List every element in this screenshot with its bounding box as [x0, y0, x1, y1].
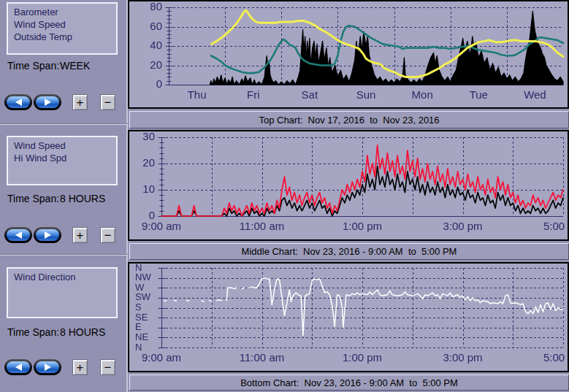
section-divider: [0, 123, 128, 125]
left-arrow-icon: [15, 231, 22, 239]
blue-capsule: [7, 96, 30, 108]
list-item[interactable]: Hi Wind Spd: [8, 152, 116, 164]
bottom-chart-canvas: [129, 264, 568, 371]
scroll-right-button-middle[interactable]: [34, 227, 61, 243]
sensor-list-middle[interactable]: Wind SpeedHi Wind Spd: [7, 136, 118, 185]
nav-row-middle: + −: [0, 227, 128, 245]
blue-capsule: [36, 361, 59, 373]
right-arrow-icon: [45, 99, 51, 106]
list-item[interactable]: Wind Speed: [8, 139, 116, 152]
time-span-label: Time Span:: [7, 326, 60, 338]
list-item[interactable]: Outside Temp: [8, 31, 116, 43]
time-span-top: Time Span:WEEK: [7, 60, 90, 72]
middle-chart-canvas: [129, 131, 568, 239]
zoom-in-button-bottom[interactable]: +: [72, 359, 88, 375]
zoom-out-button-middle[interactable]: −: [100, 227, 115, 243]
list-item[interactable]: Wind Direction: [8, 271, 116, 283]
bottom-chart-caption: Bottom Chart: Nov 23, 2016 - 9:00 AM to …: [129, 374, 569, 391]
blue-capsule: [7, 361, 30, 373]
scroll-left-button-top[interactable]: [4, 94, 32, 110]
scroll-left-button-middle[interactable]: [4, 227, 32, 243]
bottom-chart-panel: [128, 262, 569, 372]
sensor-list-top[interactable]: BarometerWind SpeedOutside Temp: [7, 2, 118, 55]
middle-chart-panel: [128, 130, 569, 241]
zoom-in-button-top[interactable]: +: [72, 94, 88, 110]
scroll-right-button-top[interactable]: [34, 94, 61, 110]
control-column: BarometerWind SpeedOutside Temp Time Spa…: [0, 0, 128, 392]
time-span-bottom: Time Span:8 HOURS: [7, 326, 105, 338]
section-divider: [0, 254, 128, 255]
scroll-left-button-bottom[interactable]: [4, 359, 32, 375]
blue-capsule: [36, 96, 59, 108]
scroll-right-button-bottom[interactable]: [34, 359, 61, 375]
top-chart-canvas: [129, 1, 568, 107]
time-span-middle: Time Span:8 HOURS: [7, 193, 105, 204]
weather-monitor-window: BarometerWind SpeedOutside Temp Time Spa…: [0, 0, 569, 392]
time-span-value: 8 HOURS: [60, 326, 105, 338]
time-span-value: 8 HOURS: [60, 193, 105, 204]
sensor-list-bottom[interactable]: Wind Direction: [7, 267, 118, 318]
list-item[interactable]: Wind Speed: [8, 18, 116, 31]
right-arrow-icon: [45, 364, 51, 371]
top-chart-panel: [128, 0, 569, 109]
right-arrow-icon: [45, 231, 51, 239]
zoom-in-button-middle[interactable]: +: [72, 227, 88, 243]
left-arrow-icon: [15, 364, 22, 371]
top-chart-caption: Top Chart: Nov 17, 2016 to Nov 23, 2016: [129, 111, 569, 128]
nav-row-bottom: + −: [0, 359, 128, 377]
zoom-out-button-bottom[interactable]: −: [100, 359, 115, 375]
time-span-value: WEEK: [60, 60, 90, 72]
time-span-label: Time Span:: [7, 60, 60, 72]
blue-capsule: [36, 229, 59, 241]
time-span-label: Time Span:: [7, 193, 60, 204]
left-arrow-icon: [15, 99, 22, 106]
list-item[interactable]: Barometer: [8, 6, 116, 18]
zoom-out-button-top[interactable]: −: [100, 94, 115, 110]
nav-row-top: + −: [0, 94, 128, 112]
blue-capsule: [7, 229, 30, 241]
middle-chart-caption: Middle Chart: Nov 23, 2016 - 9:00 AM to …: [129, 243, 569, 260]
